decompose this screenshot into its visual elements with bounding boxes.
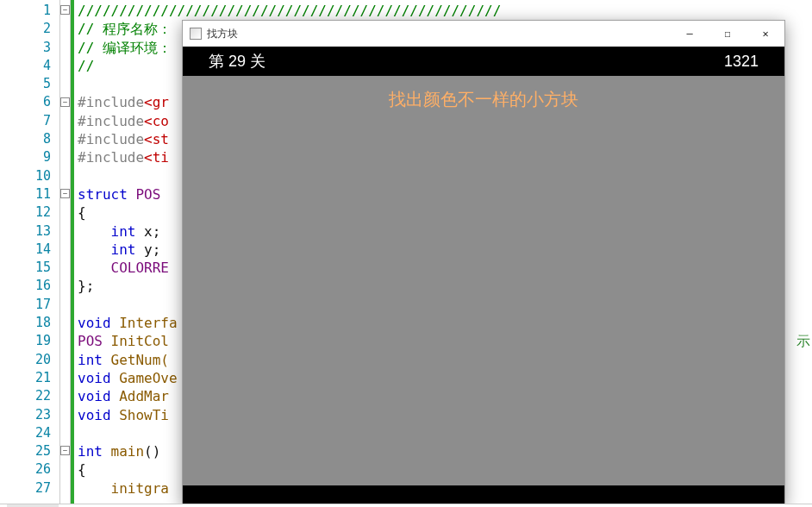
fold-toggle[interactable]: − (60, 97, 70, 107)
line-number: 21 (0, 369, 59, 387)
line-number: 25 (0, 442, 59, 460)
preproc: #include (78, 113, 144, 129)
line-number: 6 (0, 93, 59, 111)
fold-toggle[interactable]: − (60, 189, 70, 198)
line-number: 14 (0, 241, 59, 259)
line-number: 16 (0, 277, 59, 295)
level-label: 第 29 关 (209, 51, 265, 72)
keyword: void (78, 388, 119, 404)
preproc: #include (78, 149, 144, 166)
line-number: 23 (0, 406, 59, 424)
keyword: struct (78, 186, 135, 203)
line-number: 3 (0, 39, 59, 57)
game-footer (183, 485, 784, 504)
function-name: AddMar (119, 388, 169, 404)
fold-column: −−−− (60, 0, 71, 507)
line-number: 10 (0, 167, 59, 185)
line-number: 9 (0, 148, 59, 166)
brace: }; (78, 278, 94, 294)
line-number: 7 (0, 112, 59, 130)
score-value: 1321 (724, 53, 759, 71)
game-play-area[interactable]: 找出颜色不一样的小方块 (183, 76, 784, 485)
line-number: 19 (0, 332, 59, 350)
comment: // (78, 58, 94, 74)
close-button[interactable]: ✕ (746, 21, 784, 47)
comment: // (78, 40, 103, 56)
line-number: 18 (0, 314, 59, 332)
line-number: 17 (0, 296, 59, 314)
line-number: 5 (0, 75, 59, 93)
keyword: int (78, 223, 144, 240)
line-number: 15 (0, 259, 59, 277)
line-number: 13 (0, 222, 59, 241)
maximize-button[interactable]: ☐ (709, 21, 746, 47)
line-number: 27 (0, 479, 59, 498)
type-name: POS (135, 186, 160, 203)
preproc: #include (78, 94, 144, 110)
function-name: InitCol (111, 333, 169, 349)
line-number: 26 (0, 460, 59, 479)
keyword: int (78, 352, 111, 368)
include-path: <gr (144, 94, 169, 110)
keyword: void (78, 315, 119, 331)
keyword: void (78, 370, 119, 386)
identifier: x; (144, 223, 160, 240)
function-name: main (111, 443, 145, 460)
brace: { (78, 461, 86, 478)
keyword: void (78, 407, 119, 423)
type-name: COLORRE (78, 260, 169, 276)
line-number: 2 (0, 20, 59, 38)
comment: 编译环境： (103, 40, 172, 56)
line-number-gutter: 1234567891011121314151617181920212223242… (0, 0, 60, 507)
include-path: <st (144, 131, 169, 147)
include-path: <ti (144, 149, 169, 166)
function-call: initgra (78, 480, 169, 497)
line-number: 4 (0, 57, 59, 75)
line-number: 1 (0, 2, 59, 20)
parens: () (144, 443, 160, 460)
game-header: 第 29 关 1321 (183, 47, 784, 76)
game-window: 找方块 — ☐ ✕ 第 29 关 1321 找出颜色不一样的小方块 (182, 20, 785, 505)
ide-bottom-strip (0, 504, 812, 507)
line-number: 12 (0, 203, 59, 222)
function-name: GetNum( (111, 352, 169, 368)
window-titlebar[interactable]: 找方块 — ☐ ✕ (183, 21, 784, 47)
fold-toggle[interactable]: − (60, 446, 70, 455)
include-path: <co (144, 113, 169, 129)
window-icon (190, 28, 202, 40)
preproc: #include (78, 131, 144, 147)
instruction-text: 找出颜色不一样的小方块 (389, 88, 578, 485)
line-number: 20 (0, 351, 59, 369)
function-name: ShowTi (119, 407, 169, 423)
comment-fragment: 示 (796, 332, 810, 350)
line-number: 8 (0, 130, 59, 148)
keyword: int (78, 241, 144, 258)
type-name: POS (78, 333, 111, 349)
comment: // (78, 21, 103, 37)
minimize-button[interactable]: — (671, 21, 709, 47)
line-number: 22 (0, 387, 59, 405)
fold-toggle[interactable]: − (60, 5, 70, 15)
line-number: 11 (0, 185, 59, 203)
line-number: 24 (0, 424, 59, 442)
comment-line: ////////////////////////////////////////… (78, 3, 501, 19)
identifier: y; (144, 241, 160, 258)
brace: { (78, 204, 86, 221)
function-name: Interfa (119, 315, 177, 331)
keyword: int (78, 443, 111, 460)
function-name: GameOve (119, 370, 177, 386)
comment: 程序名称： (103, 21, 172, 37)
window-title: 找方块 (207, 27, 238, 41)
